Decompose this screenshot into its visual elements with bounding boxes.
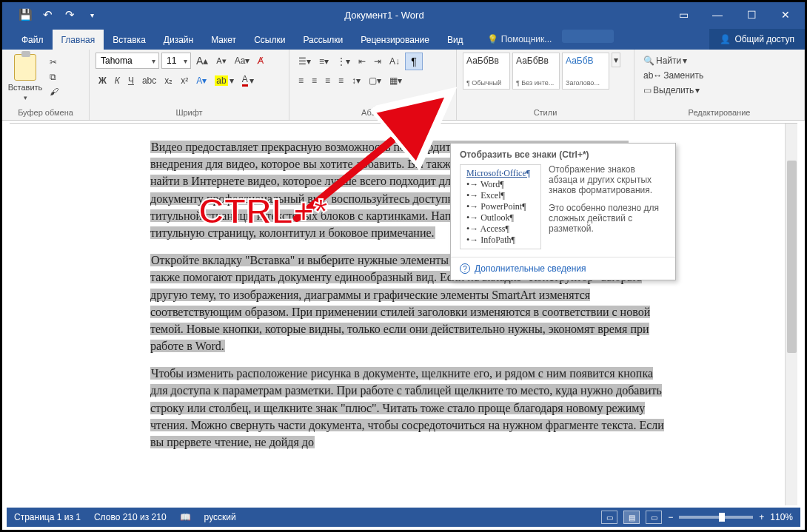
- maximize-icon[interactable]: ☐: [735, 4, 768, 26]
- doc-paragraph-3[interactable]: Чтобы изменить расположение рисунка в до…: [150, 367, 664, 448]
- line-spacing-icon[interactable]: ↕▾: [349, 74, 364, 87]
- tab-mailings[interactable]: Рассылки: [294, 30, 352, 50]
- status-wordcount[interactable]: Слово 210 из 210: [94, 512, 167, 522]
- minimize-icon[interactable]: —: [701, 4, 734, 26]
- superscript-icon[interactable]: x²: [178, 74, 191, 87]
- status-proofing-icon[interactable]: 📖: [180, 512, 191, 522]
- align-justify-icon[interactable]: ≡: [335, 74, 346, 87]
- ribbon-options-icon[interactable]: ▭: [667, 4, 700, 26]
- align-right-icon[interactable]: ≡: [322, 74, 333, 87]
- tooltip-more-label: Дополнительные сведения: [475, 263, 586, 274]
- lightbulb-icon: 💡: [487, 34, 498, 44]
- align-left-icon[interactable]: ≡: [295, 74, 307, 87]
- qat-dropdown-icon[interactable]: ▾: [82, 5, 101, 24]
- tab-layout[interactable]: Макет: [202, 30, 245, 50]
- tab-view[interactable]: Вид: [438, 30, 472, 50]
- zoom-slider[interactable]: [679, 516, 753, 519]
- underline-button[interactable]: Ч: [125, 74, 137, 87]
- tab-file[interactable]: Файл: [13, 30, 53, 50]
- align-center-icon[interactable]: ≡: [309, 74, 320, 87]
- show-hide-marks-button[interactable]: ¶: [405, 53, 423, 70]
- status-language[interactable]: русский: [204, 512, 236, 522]
- share-label: Общий доступ: [734, 34, 794, 44]
- document-area[interactable]: Видео предоставляет прекрасную возможнос…: [10, 123, 797, 505]
- status-bar: Страница 1 из 1 Слово 210 из 210 📖 русск…: [7, 508, 800, 527]
- zoom-slider-thumb[interactable]: [719, 513, 725, 522]
- tooltip-list-item: Excel¶: [480, 190, 505, 201]
- highlight-icon[interactable]: ab▾: [212, 74, 236, 87]
- text-effects-icon[interactable]: A▾: [193, 74, 210, 87]
- clear-formatting-icon[interactable]: A̸: [255, 54, 267, 67]
- show-marks-tooltip: Отобразить все знаки (Ctrl+*) Microsoft·…: [450, 143, 676, 280]
- styles-more-icon[interactable]: ▾: [612, 53, 620, 67]
- tell-me-search[interactable]: 💡 Помощник...: [481, 29, 558, 50]
- tooltip-title: Отобразить все знаки (Ctrl+*): [451, 144, 675, 164]
- font-name-select[interactable]: Tahoma: [96, 53, 159, 69]
- italic-button[interactable]: К: [112, 74, 123, 87]
- tab-design[interactable]: Дизайн: [155, 30, 202, 50]
- view-print-icon[interactable]: ▤: [623, 511, 640, 524]
- change-case-icon[interactable]: Aa▾: [232, 54, 253, 67]
- style-heading1[interactable]: АаБбВ Заголово...: [562, 53, 609, 90]
- tooltip-description: Отображение знаков абзаца и других скрыт…: [549, 164, 666, 249]
- paste-button[interactable]: Вставить ▾: [8, 53, 42, 101]
- find-label: Найти: [656, 55, 681, 66]
- group-styles-label: Стили: [463, 107, 628, 118]
- shading-icon[interactable]: ▢▾: [366, 74, 384, 87]
- view-read-icon[interactable]: ▭: [601, 511, 617, 524]
- subscript-icon[interactable]: x₂: [161, 74, 175, 87]
- status-page[interactable]: Страница 1 из 1: [14, 512, 81, 522]
- numbering-icon[interactable]: ≡▾: [316, 55, 332, 68]
- style-normal[interactable]: АаБбВв ¶ Обычный: [463, 53, 510, 90]
- share-icon: 👤: [720, 34, 731, 44]
- multilevel-icon[interactable]: ⋮▾: [334, 55, 353, 68]
- tab-references[interactable]: Ссылки: [245, 30, 294, 50]
- bold-button[interactable]: Ж: [96, 74, 110, 87]
- redo-icon[interactable]: ↷: [60, 5, 79, 24]
- font-size-select[interactable]: 11: [161, 53, 191, 69]
- zoom-level[interactable]: 110%: [770, 512, 793, 522]
- quick-access-toolbar: 💾 ↶ ↷ ▾: [16, 5, 101, 24]
- undo-icon[interactable]: ↶: [38, 5, 57, 24]
- tab-home[interactable]: Главная: [53, 30, 104, 50]
- font-color-icon[interactable]: A▾: [239, 73, 257, 88]
- strikethrough-icon[interactable]: abc: [139, 74, 159, 87]
- tab-review[interactable]: Рецензирование: [352, 30, 438, 50]
- tell-me-placeholder: Помощник...: [501, 34, 552, 44]
- replace-button[interactable]: ab↔ Заменить: [640, 69, 706, 82]
- close-icon[interactable]: ✕: [769, 4, 802, 26]
- group-paragraph-label: Абзац: [295, 107, 450, 118]
- cut-icon[interactable]: ✂: [47, 55, 61, 69]
- bullets-icon[interactable]: ☰▾: [295, 55, 314, 68]
- decrease-indent-icon[interactable]: ⇤: [355, 55, 369, 68]
- account-placeholder[interactable]: [562, 30, 614, 43]
- style-no-spacing[interactable]: АаБбВв ¶ Без инте...: [512, 53, 560, 90]
- group-editing-label: Редактирование: [640, 107, 798, 118]
- replace-label: Заменить: [663, 70, 703, 81]
- borders-icon[interactable]: ▦▾: [386, 74, 405, 87]
- grow-font-icon[interactable]: A▴: [193, 53, 211, 68]
- tab-insert[interactable]: Вставка: [104, 30, 155, 50]
- copy-icon[interactable]: ⧉: [47, 70, 61, 84]
- zoom-out-icon[interactable]: −: [668, 512, 673, 522]
- tooltip-more-info[interactable]: ? Дополнительные сведения: [451, 257, 675, 280]
- sort-icon[interactable]: A↓: [386, 55, 403, 68]
- format-painter-icon[interactable]: 🖌: [47, 85, 61, 98]
- tooltip-list-item: InfoPath¶: [480, 235, 515, 245]
- view-web-icon[interactable]: ▭: [646, 511, 662, 524]
- increase-indent-icon[interactable]: ⇥: [371, 55, 384, 68]
- find-button[interactable]: 🔍 Найти ▾: [640, 54, 690, 67]
- tooltip-list-header: Microsoft·Office¶: [466, 168, 535, 179]
- share-button[interactable]: 👤 Общий доступ: [709, 29, 805, 50]
- style-name: Заголово...: [566, 79, 606, 87]
- save-icon[interactable]: 💾: [16, 5, 35, 24]
- scrollbar-thumb[interactable]: [787, 161, 797, 353]
- tooltip-desc-1: Отображение знаков абзаца и других скрыт…: [549, 164, 666, 195]
- shrink-font-icon[interactable]: A▾: [213, 55, 229, 67]
- select-button[interactable]: ▭ Выделить ▾: [640, 84, 703, 97]
- title-bar: 💾 ↶ ↷ ▾ Документ1 - Word ▭ — ☐ ✕: [2, 2, 805, 27]
- tooltip-list-item: PowerPoint¶: [480, 201, 526, 212]
- zoom-in-icon[interactable]: +: [759, 512, 764, 522]
- vertical-scrollbar[interactable]: [785, 124, 797, 505]
- tooltip-list-item: Access¶: [480, 223, 509, 234]
